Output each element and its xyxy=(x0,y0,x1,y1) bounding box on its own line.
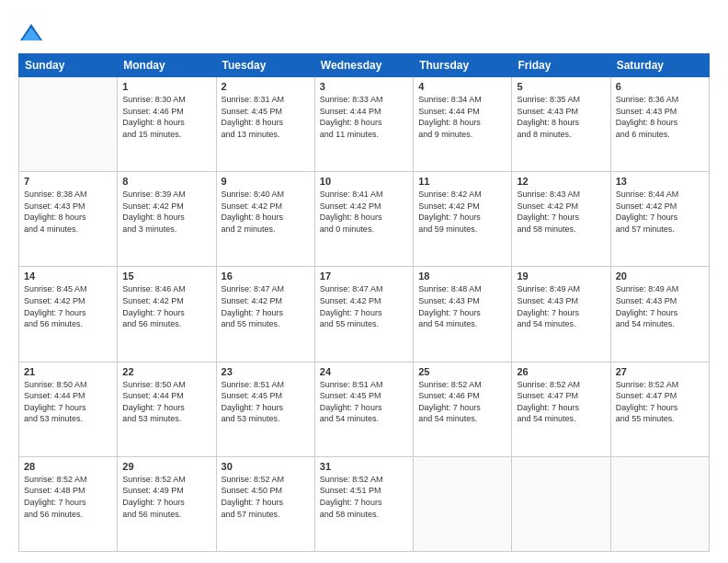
day-info: Sunrise: 8:52 AMSunset: 4:46 PMDaylight:… xyxy=(418,379,506,425)
day-info: Sunrise: 8:33 AMSunset: 4:44 PMDaylight:… xyxy=(320,94,408,140)
day-info: Sunrise: 8:40 AMSunset: 4:42 PMDaylight:… xyxy=(222,189,310,235)
day-info: Sunrise: 8:52 AMSunset: 4:48 PMDaylight:… xyxy=(24,474,112,520)
day-info: Sunrise: 8:35 AMSunset: 4:43 PMDaylight:… xyxy=(517,94,605,140)
day-header-thursday: Thursday xyxy=(414,54,512,77)
calendar-cell: 3Sunrise: 8:33 AMSunset: 4:44 PMDaylight… xyxy=(314,77,413,172)
day-number: 15 xyxy=(122,270,210,282)
day-info: Sunrise: 8:30 AMSunset: 4:46 PMDaylight:… xyxy=(122,94,210,140)
calendar-cell: 14Sunrise: 8:45 AMSunset: 4:42 PMDayligh… xyxy=(19,267,118,362)
day-header-sunday: Sunday xyxy=(19,54,118,77)
day-number: 5 xyxy=(517,81,605,92)
calendar-cell: 22Sunrise: 8:50 AMSunset: 4:44 PMDayligh… xyxy=(118,362,216,456)
day-info: Sunrise: 8:41 AMSunset: 4:42 PMDaylight:… xyxy=(320,189,408,235)
day-info: Sunrise: 8:47 AMSunset: 4:42 PMDaylight:… xyxy=(320,283,408,329)
day-number: 31 xyxy=(320,461,408,472)
page: SundayMondayTuesdayWednesdayThursdayFrid… xyxy=(0,0,728,563)
logo xyxy=(18,20,48,46)
day-number: 14 xyxy=(24,270,112,282)
calendar-cell: 11Sunrise: 8:42 AMSunset: 4:42 PMDayligh… xyxy=(414,172,512,267)
calendar-cell: 8Sunrise: 8:39 AMSunset: 4:42 PMDaylight… xyxy=(118,172,216,267)
day-info: Sunrise: 8:49 AMSunset: 4:43 PMDaylight:… xyxy=(616,283,704,329)
day-number: 12 xyxy=(517,176,605,187)
calendar-cell: 19Sunrise: 8:49 AMSunset: 4:43 PMDayligh… xyxy=(512,267,610,362)
day-header-saturday: Saturday xyxy=(610,54,709,77)
day-header-friday: Friday xyxy=(512,54,610,77)
day-info: Sunrise: 8:51 AMSunset: 4:45 PMDaylight:… xyxy=(222,379,310,425)
calendar-cell: 7Sunrise: 8:38 AMSunset: 4:43 PMDaylight… xyxy=(19,172,118,267)
day-info: Sunrise: 8:47 AMSunset: 4:42 PMDaylight:… xyxy=(222,283,310,329)
calendar-cell: 6Sunrise: 8:36 AMSunset: 4:43 PMDaylight… xyxy=(610,77,709,172)
day-info: Sunrise: 8:48 AMSunset: 4:43 PMDaylight:… xyxy=(418,283,506,329)
day-number: 25 xyxy=(418,366,506,377)
day-info: Sunrise: 8:42 AMSunset: 4:42 PMDaylight:… xyxy=(418,189,506,235)
day-info: Sunrise: 8:43 AMSunset: 4:42 PMDaylight:… xyxy=(517,189,605,235)
day-number: 10 xyxy=(320,176,408,187)
calendar-cell: 12Sunrise: 8:43 AMSunset: 4:42 PMDayligh… xyxy=(512,172,610,267)
calendar-cell: 25Sunrise: 8:52 AMSunset: 4:46 PMDayligh… xyxy=(414,362,512,456)
day-info: Sunrise: 8:39 AMSunset: 4:42 PMDaylight:… xyxy=(122,189,210,235)
day-info: Sunrise: 8:50 AMSunset: 4:44 PMDaylight:… xyxy=(24,379,112,425)
week-row-3: 14Sunrise: 8:45 AMSunset: 4:42 PMDayligh… xyxy=(19,267,710,362)
calendar-cell: 2Sunrise: 8:31 AMSunset: 4:45 PMDaylight… xyxy=(216,77,314,172)
day-number: 24 xyxy=(320,366,408,377)
day-number: 1 xyxy=(122,81,210,92)
calendar-cell: 28Sunrise: 8:52 AMSunset: 4:48 PMDayligh… xyxy=(19,456,118,551)
calendar-cell: 10Sunrise: 8:41 AMSunset: 4:42 PMDayligh… xyxy=(314,172,413,267)
calendar-cell: 15Sunrise: 8:46 AMSunset: 4:42 PMDayligh… xyxy=(118,267,216,362)
day-number: 11 xyxy=(418,176,506,187)
day-info: Sunrise: 8:52 AMSunset: 4:47 PMDaylight:… xyxy=(616,379,704,425)
logo-icon xyxy=(18,20,44,46)
calendar: SundayMondayTuesdayWednesdayThursdayFrid… xyxy=(18,53,710,552)
day-info: Sunrise: 8:44 AMSunset: 4:42 PMDaylight:… xyxy=(616,189,704,235)
day-info: Sunrise: 8:51 AMSunset: 4:45 PMDaylight:… xyxy=(320,379,408,425)
day-info: Sunrise: 8:50 AMSunset: 4:44 PMDaylight:… xyxy=(122,379,210,425)
day-number: 30 xyxy=(222,461,310,472)
day-info: Sunrise: 8:34 AMSunset: 4:44 PMDaylight:… xyxy=(418,94,506,140)
calendar-cell xyxy=(512,456,610,551)
calendar-cell: 9Sunrise: 8:40 AMSunset: 4:42 PMDaylight… xyxy=(216,172,314,267)
calendar-cell: 16Sunrise: 8:47 AMSunset: 4:42 PMDayligh… xyxy=(216,267,314,362)
day-number: 8 xyxy=(122,176,210,187)
calendar-cell xyxy=(414,456,512,551)
calendar-cell: 18Sunrise: 8:48 AMSunset: 4:43 PMDayligh… xyxy=(414,267,512,362)
calendar-cell: 31Sunrise: 8:52 AMSunset: 4:51 PMDayligh… xyxy=(314,456,413,551)
week-row-1: 1Sunrise: 8:30 AMSunset: 4:46 PMDaylight… xyxy=(19,77,710,172)
day-number: 17 xyxy=(320,270,408,282)
calendar-cell: 17Sunrise: 8:47 AMSunset: 4:42 PMDayligh… xyxy=(314,267,413,362)
day-number: 28 xyxy=(24,461,112,472)
week-row-2: 7Sunrise: 8:38 AMSunset: 4:43 PMDaylight… xyxy=(19,172,710,267)
calendar-cell xyxy=(610,456,709,551)
day-info: Sunrise: 8:36 AMSunset: 4:43 PMDaylight:… xyxy=(616,94,704,140)
day-number: 26 xyxy=(517,366,605,377)
day-header-wednesday: Wednesday xyxy=(314,54,413,77)
day-header-tuesday: Tuesday xyxy=(216,54,314,77)
day-number: 19 xyxy=(517,270,605,282)
calendar-cell xyxy=(19,77,118,172)
calendar-cell: 26Sunrise: 8:52 AMSunset: 4:47 PMDayligh… xyxy=(512,362,610,456)
day-number: 2 xyxy=(222,81,310,92)
day-info: Sunrise: 8:52 AMSunset: 4:49 PMDaylight:… xyxy=(122,474,210,520)
day-header-monday: Monday xyxy=(118,54,216,77)
day-info: Sunrise: 8:52 AMSunset: 4:51 PMDaylight:… xyxy=(320,474,408,520)
day-info: Sunrise: 8:31 AMSunset: 4:45 PMDaylight:… xyxy=(222,94,310,140)
calendar-cell: 27Sunrise: 8:52 AMSunset: 4:47 PMDayligh… xyxy=(610,362,709,456)
day-info: Sunrise: 8:52 AMSunset: 4:50 PMDaylight:… xyxy=(222,474,310,520)
day-number: 6 xyxy=(616,81,704,92)
calendar-cell: 5Sunrise: 8:35 AMSunset: 4:43 PMDaylight… xyxy=(512,77,610,172)
day-number: 29 xyxy=(122,461,210,472)
calendar-cell: 21Sunrise: 8:50 AMSunset: 4:44 PMDayligh… xyxy=(19,362,118,456)
calendar-cell: 24Sunrise: 8:51 AMSunset: 4:45 PMDayligh… xyxy=(314,362,413,456)
day-info: Sunrise: 8:52 AMSunset: 4:47 PMDaylight:… xyxy=(517,379,605,425)
day-number: 18 xyxy=(418,270,506,282)
day-number: 22 xyxy=(122,366,210,377)
calendar-cell: 30Sunrise: 8:52 AMSunset: 4:50 PMDayligh… xyxy=(216,456,314,551)
week-row-4: 21Sunrise: 8:50 AMSunset: 4:44 PMDayligh… xyxy=(19,362,710,456)
day-info: Sunrise: 8:45 AMSunset: 4:42 PMDaylight:… xyxy=(24,283,112,329)
day-number: 13 xyxy=(616,176,704,187)
day-info: Sunrise: 8:38 AMSunset: 4:43 PMDaylight:… xyxy=(24,189,112,235)
day-number: 9 xyxy=(222,176,310,187)
week-row-5: 28Sunrise: 8:52 AMSunset: 4:48 PMDayligh… xyxy=(19,456,710,551)
day-number: 21 xyxy=(24,366,112,377)
day-number: 20 xyxy=(616,270,704,282)
calendar-cell: 23Sunrise: 8:51 AMSunset: 4:45 PMDayligh… xyxy=(216,362,314,456)
